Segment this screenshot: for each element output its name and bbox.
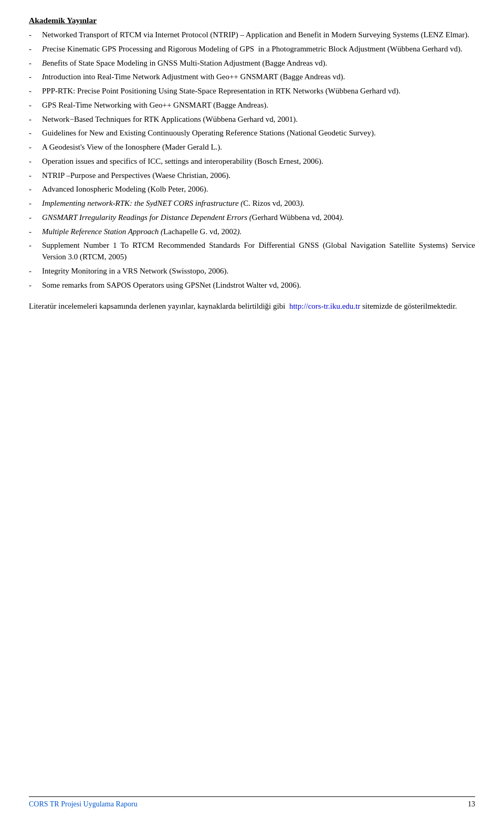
bullet-dash: - <box>29 212 39 224</box>
list-item: - Some remarks from SAPOS Operators usin… <box>29 280 475 291</box>
item-7-text: Network−Based Techniques for RTK Applica… <box>42 114 475 125</box>
list-item: - Implementing network-RTK: the SydNET C… <box>29 198 475 209</box>
list-item: - PPP-RTK: Precise Point Positioning Usi… <box>29 86 475 97</box>
bullet-dash: - <box>29 44 39 55</box>
footer-link[interactable]: http://cors-tr.iku.edu.tr <box>289 302 360 310</box>
list-item: - Integrity Monitoring in a VRS Network … <box>29 266 475 277</box>
bullet-dash: - <box>29 100 39 111</box>
item-17-text: Integrity Monitoring in a VRS Network (S… <box>42 266 475 277</box>
item-16-text: Supplement Number 1 To RTCM Recommended … <box>42 240 475 263</box>
bullet-dash: - <box>29 58 39 69</box>
page-content: Akademik Yayınlar - Networked Transport … <box>0 0 504 354</box>
list-item: - NTRIP –Purpose and Perspectives (Waese… <box>29 170 475 182</box>
footer-text-part1: Literatür incelemeleri kapsamında derlen… <box>29 302 285 310</box>
item-18-text: Some remarks from SAPOS Operators using … <box>42 280 475 291</box>
list-item: - Advanced Ionospheric Modeling (Kolb Pe… <box>29 184 475 195</box>
list-item: - Multiple Reference Station Approach (L… <box>29 226 475 238</box>
item-10-text: Operation issues and specifics of ICC, s… <box>42 156 475 167</box>
bullet-dash: - <box>29 128 39 139</box>
bullet-dash: - <box>29 226 39 238</box>
item-1-text: Networked Transport of RTCM via Internet… <box>42 29 475 41</box>
bullet-dash: - <box>29 156 39 167</box>
item-6-text: GPS Real-Time Networking with Geo++ GNSM… <box>42 100 475 111</box>
item-15-text: Multiple Reference Station Approach (Lac… <box>42 226 475 238</box>
list-item: - Guidelines for New and Existing Contin… <box>29 128 475 139</box>
academic-publications-list: - Networked Transport of RTCM via Intern… <box>29 29 475 291</box>
item-13-text: Implementing network-RTK: the SydNET COR… <box>42 198 475 209</box>
footer-page-number: 13 <box>468 800 475 808</box>
item-8-text: Guidelines for New and Existing Continuo… <box>42 128 475 139</box>
bullet-dash: - <box>29 184 39 195</box>
list-item: - Networked Transport of RTCM via Intern… <box>29 29 475 41</box>
list-item: - Benefits of State Space Modeling in GN… <box>29 58 475 69</box>
item-2-text: Precise Kinematic GPS Processing and Rig… <box>42 44 475 55</box>
item-5-text: PPP-RTK: Precise Point Positioning Using… <box>42 86 475 97</box>
list-item: - Precise Kinematic GPS Processing and R… <box>29 44 475 55</box>
list-item: - A Geodesist's View of the Ionosphere (… <box>29 142 475 153</box>
item-3-text: Benefits of State Space Modeling in GNSS… <box>42 58 475 69</box>
list-item: - Introduction into Real-Time Network Ad… <box>29 71 475 83</box>
section-title: Akademik Yayınlar <box>29 16 475 25</box>
bullet-dash: - <box>29 114 39 125</box>
item-4-text: Introduction into Real-Time Network Adju… <box>42 71 475 83</box>
item-11-text: NTRIP –Purpose and Perspectives (Waese C… <box>42 170 475 182</box>
footer-text-part2: sitemizde de gösterilmektedir. <box>360 302 457 310</box>
bullet-dash: - <box>29 280 39 291</box>
item-14-text: GNSMART Irregularity Readings for Distan… <box>42 212 475 224</box>
bullet-dash: - <box>29 198 39 209</box>
bullet-dash: - <box>29 29 39 41</box>
bullet-dash: - <box>29 71 39 83</box>
bullet-dash: - <box>29 240 39 251</box>
item-9-text: A Geodesist's View of the Ionosphere (Ma… <box>42 142 475 153</box>
bullet-dash: - <box>29 170 39 182</box>
list-item: - Network−Based Techniques for RTK Appli… <box>29 114 475 125</box>
bullet-dash: - <box>29 266 39 277</box>
list-item: - Supplement Number 1 To RTCM Recommende… <box>29 240 475 263</box>
list-item: - GPS Real-Time Networking with Geo++ GN… <box>29 100 475 111</box>
bullet-dash: - <box>29 142 39 153</box>
footer-paragraph: Literatür incelemeleri kapsamında derlen… <box>29 300 475 312</box>
list-item: - GNSMART Irregularity Readings for Dist… <box>29 212 475 224</box>
footer-report-title: CORS TR Projesi Uygulama Raporu <box>29 800 138 808</box>
footer-section: Literatür incelemeleri kapsamında derlen… <box>29 300 475 312</box>
list-item: - Operation issues and specifics of ICC,… <box>29 156 475 167</box>
item-12-text: Advanced Ionospheric Modeling (Kolb Pete… <box>42 184 475 195</box>
page-footer: CORS TR Projesi Uygulama Raporu 13 <box>29 796 475 808</box>
bullet-dash: - <box>29 86 39 97</box>
